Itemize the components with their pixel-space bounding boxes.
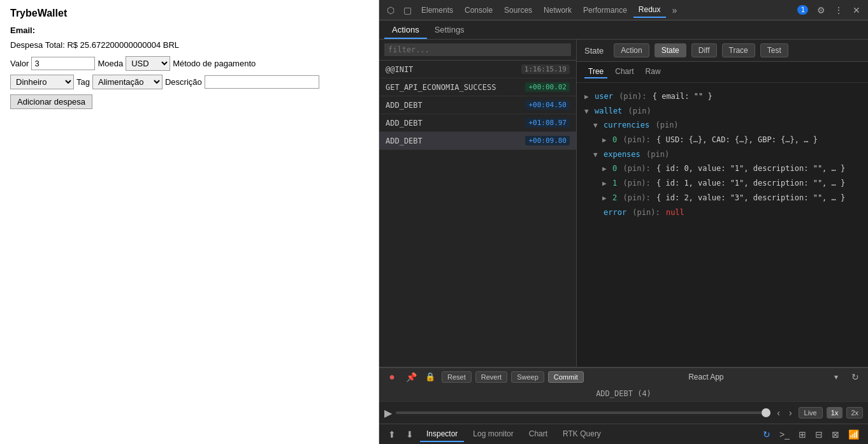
tab-settings[interactable]: Settings bbox=[427, 22, 472, 39]
valor-label: Valor bbox=[10, 59, 29, 68]
live-btn[interactable]: Live bbox=[799, 407, 823, 418]
prev-btn[interactable]: ‹ bbox=[774, 406, 783, 419]
tree-expenses: ▼ expenses (pin) bbox=[584, 147, 860, 162]
app-title: TrybeWallet bbox=[10, 8, 368, 19]
despesa-value: R$ 25.672200000000004 BRL bbox=[67, 40, 179, 50]
terminal-icon[interactable]: >_ bbox=[776, 427, 793, 442]
tree-user: ▶ user (pin): { email: "" } bbox=[584, 89, 860, 104]
action-time: 1:16:15.19 bbox=[521, 64, 570, 74]
tag-select[interactable]: AlimentaçãoLazerTrabalhoTransporteSaúde bbox=[92, 75, 163, 89]
grid-icon[interactable]: ⊞ bbox=[795, 427, 810, 442]
valor-input[interactable] bbox=[31, 57, 95, 70]
refresh-icon[interactable]: ↻ bbox=[848, 369, 863, 385]
footer-tab-logmonitor[interactable]: Log monitor bbox=[467, 427, 519, 442]
lock-btn[interactable]: 🔒 bbox=[423, 369, 438, 385]
tab-actions[interactable]: Actions bbox=[384, 22, 427, 39]
tab-console[interactable]: Console bbox=[459, 3, 498, 17]
descricao-label: Descrição bbox=[165, 77, 202, 87]
footer-tab-inspector[interactable]: Inspector bbox=[420, 427, 464, 442]
speed-1x-btn[interactable]: 1x bbox=[827, 407, 843, 418]
moeda-label: Moeda bbox=[98, 59, 123, 68]
react-app-label: React App bbox=[588, 373, 825, 381]
dropdown-icon[interactable]: ▾ bbox=[828, 369, 844, 385]
action-time: +00:00.02 bbox=[525, 82, 570, 92]
refresh-state-icon[interactable]: ↻ bbox=[759, 427, 774, 442]
action-item[interactable]: ADD_DEBT+01:08.97 bbox=[379, 114, 576, 132]
action-item[interactable]: @@INIT1:16:15.19 bbox=[379, 61, 576, 78]
tag-label: Tag bbox=[76, 77, 90, 87]
tree-content: ▶ user (pin): { email: "" } ▼ wallet (pi… bbox=[577, 83, 868, 367]
settings-icon[interactable]: ⚙ bbox=[813, 3, 828, 18]
speed-2x-btn[interactable]: 2x bbox=[846, 407, 863, 418]
tab-redux[interactable]: Redux bbox=[633, 3, 666, 18]
badge-count: 1 bbox=[797, 5, 808, 15]
tree-expenses-2: ▶ 2 (pin): { id: 2, value: "3", descript… bbox=[584, 191, 860, 205]
btn-trace[interactable]: Trace bbox=[722, 43, 755, 57]
filter-input[interactable] bbox=[384, 43, 571, 56]
close-icon[interactable]: ✕ bbox=[849, 3, 864, 18]
export-icon[interactable]: ⬆ bbox=[384, 427, 400, 442]
playback-slider[interactable] bbox=[396, 411, 770, 414]
action-name: GET_API_ECONOMIA_SUCCESS bbox=[386, 83, 496, 92]
btn-action[interactable]: Action bbox=[614, 43, 649, 57]
email-label: Email: bbox=[10, 26, 35, 35]
despesa-label: Despesa Total: bbox=[10, 40, 65, 50]
signal-icon[interactable]: 📶 bbox=[844, 427, 863, 442]
grid2-icon[interactable]: ⊟ bbox=[811, 427, 827, 442]
tab-elements[interactable]: Elements bbox=[416, 3, 458, 17]
revert-btn[interactable]: Revert bbox=[475, 371, 507, 383]
footer-tab-chart[interactable]: Chart bbox=[523, 427, 554, 442]
action-name: @@INIT bbox=[386, 65, 413, 74]
descricao-input[interactable] bbox=[205, 75, 319, 89]
metodo-label: Método de pagamento bbox=[173, 59, 256, 68]
more-tabs-icon[interactable]: » bbox=[667, 3, 683, 18]
btn-state[interactable]: State bbox=[655, 43, 686, 57]
state-header-title: State bbox=[584, 46, 604, 56]
more-options-icon[interactable]: ⋮ bbox=[831, 3, 846, 18]
next-btn[interactable]: › bbox=[786, 406, 795, 419]
tab-performance[interactable]: Performance bbox=[578, 3, 632, 17]
action-name: ADD_DEBT bbox=[386, 137, 423, 145]
play-button[interactable]: ▶ bbox=[384, 407, 392, 419]
pin-btn[interactable]: 📌 bbox=[403, 369, 419, 385]
action-item[interactable]: GET_API_ECONOMIA_SUCCESS+00:00.02 bbox=[379, 78, 576, 96]
action-time: +01:08.97 bbox=[525, 118, 570, 128]
inspect-icon[interactable]: ▢ bbox=[400, 3, 415, 18]
tree-wallet: ▼ wallet (pin) bbox=[584, 104, 860, 119]
action-item[interactable]: ADD_DEBT+00:09.80 bbox=[379, 132, 576, 150]
grid3-icon[interactable]: ⊠ bbox=[828, 427, 843, 442]
bottom-status: ADD_DEBT (4) bbox=[387, 389, 860, 398]
view-tree[interactable]: Tree bbox=[584, 66, 607, 78]
action-time: +00:09.80 bbox=[525, 136, 570, 145]
tree-currencies: ▼ currencies (pin) bbox=[584, 118, 860, 133]
tree-error: ▶ error (pin): null bbox=[584, 205, 860, 220]
tree-expenses-0: ▶ 0 (pin): { id: 0, value: "1", descript… bbox=[584, 161, 860, 176]
tree-expenses-1: ▶ 1 (pin): { id: 1, value: "1", descript… bbox=[584, 176, 860, 191]
cursor-icon[interactable]: ⬡ bbox=[383, 3, 398, 18]
view-chart[interactable]: Chart bbox=[611, 66, 637, 78]
action-name: ADD_DEBT bbox=[386, 119, 423, 128]
tab-network[interactable]: Network bbox=[539, 3, 577, 17]
view-raw[interactable]: Raw bbox=[642, 66, 665, 78]
tree-currencies-0: ▶ 0 (pin): { USD: {…}, CAD: {…}, GBP: {…… bbox=[584, 133, 860, 147]
reset-btn[interactable]: Reset bbox=[442, 371, 472, 383]
add-despesa-button[interactable]: Adicionar despesa bbox=[10, 94, 92, 109]
btn-test[interactable]: Test bbox=[760, 43, 788, 57]
footer-tab-rtkquery[interactable]: RTK Query bbox=[556, 427, 607, 442]
tab-sources[interactable]: Sources bbox=[499, 3, 537, 17]
action-item[interactable]: ADD_DEBT+00:04.50 bbox=[379, 96, 576, 114]
action-name: ADD_DEBT bbox=[386, 101, 423, 110]
tipo-select[interactable]: DinheiroCartão de créditoCartão de débit… bbox=[10, 75, 74, 89]
sweep-btn[interactable]: Sweep bbox=[511, 371, 544, 383]
record-btn[interactable]: ● bbox=[384, 369, 400, 385]
commit-btn[interactable]: Commit bbox=[548, 371, 584, 383]
btn-diff[interactable]: Diff bbox=[691, 43, 717, 57]
action-time: +00:04.50 bbox=[525, 100, 570, 110]
moeda-select[interactable]: USDEURBRLGBPCAD bbox=[126, 56, 170, 71]
actions-list: @@INIT1:16:15.19GET_API_ECONOMIA_SUCCESS… bbox=[379, 61, 576, 367]
import-icon[interactable]: ⬇ bbox=[402, 427, 417, 442]
